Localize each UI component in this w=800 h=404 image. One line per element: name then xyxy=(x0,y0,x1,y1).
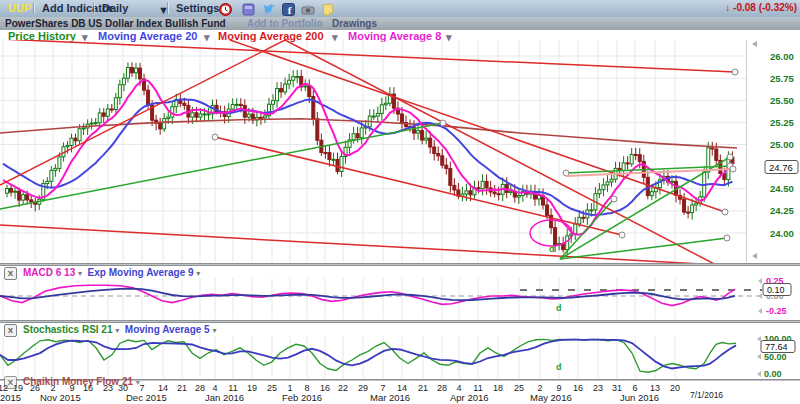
candle-body xyxy=(118,85,121,98)
axis-scroll-arrow-icon[interactable] xyxy=(752,41,757,47)
macd-label[interactable]: MACD 6 13 xyxy=(23,267,75,278)
candle-body xyxy=(469,191,472,195)
trendline-handle[interactable] xyxy=(212,134,218,140)
candle-body xyxy=(139,68,142,79)
close-icon[interactable]: X xyxy=(4,324,17,337)
trendline-handle[interactable] xyxy=(724,235,730,241)
candle-body xyxy=(207,114,210,115)
trendline-handle[interactable] xyxy=(619,232,625,238)
candle-body xyxy=(280,89,283,92)
candle-body xyxy=(445,165,448,168)
trendline-handle[interactable] xyxy=(440,120,446,126)
candle-body xyxy=(304,86,307,87)
candle-body xyxy=(582,217,585,218)
trendline-green[interactable] xyxy=(560,238,727,259)
camera-icon[interactable] xyxy=(301,2,314,15)
candle-body xyxy=(598,190,601,194)
candle-body xyxy=(239,104,242,105)
candle-body xyxy=(602,185,605,190)
trendline-red[interactable] xyxy=(0,225,737,263)
candle-body xyxy=(284,84,287,92)
candle-body xyxy=(711,148,714,149)
axis-arrow-icon xyxy=(757,336,761,342)
drawings-menu[interactable]: Drawings xyxy=(332,18,377,29)
date-tick: 25 xyxy=(509,383,529,393)
note-icon[interactable] xyxy=(321,2,334,15)
candle-body xyxy=(203,114,206,115)
date-tick: 23 xyxy=(588,383,608,393)
candle-body xyxy=(715,149,718,160)
alarm-icon[interactable] xyxy=(219,2,232,15)
close-icon[interactable]: X xyxy=(4,267,17,280)
axis-arrow-icon xyxy=(758,308,762,314)
candle-body xyxy=(18,191,21,200)
ticker-symbol[interactable]: UUP xyxy=(8,2,31,14)
trendline-handle[interactable] xyxy=(611,196,617,202)
trendline-red[interactable] xyxy=(285,40,722,263)
candle-body xyxy=(610,179,613,182)
month-label: 2015 xyxy=(0,392,21,403)
candle-body xyxy=(554,228,557,245)
candle-body xyxy=(276,89,279,101)
candle-body xyxy=(590,210,593,211)
candle-body xyxy=(263,116,266,118)
trendline-green[interactable] xyxy=(0,123,443,209)
candle-body xyxy=(167,117,170,118)
candle-body xyxy=(509,191,512,192)
candle-body xyxy=(683,199,686,212)
candle-body xyxy=(316,119,319,141)
chevron-down-icon[interactable]: ▾ xyxy=(78,269,82,278)
chevron-down-icon[interactable]: ▾ xyxy=(196,269,200,278)
stoch-ma-label[interactable]: Moving Average 5 xyxy=(125,324,210,335)
macd-header: XMACD 6 13 ▾ Exp Moving Average 9 ▾ xyxy=(4,267,200,280)
price-axis-label: 25.25 xyxy=(770,117,794,128)
candle-body xyxy=(110,109,113,110)
facebook-icon[interactable]: f xyxy=(282,2,295,15)
settings-button[interactable]: Settings xyxy=(176,2,219,14)
candle-body xyxy=(308,86,311,97)
candle-body xyxy=(574,224,577,234)
trendline-red[interactable] xyxy=(215,137,622,235)
candle-body xyxy=(546,205,549,215)
candle-body xyxy=(82,128,85,129)
month-label: May 2016 xyxy=(530,392,572,403)
macd-line xyxy=(0,285,735,305)
candle-body xyxy=(102,113,105,116)
timeframe-select[interactable]: Daily xyxy=(102,2,128,14)
cube-icon[interactable] xyxy=(242,2,255,15)
price-chart[interactable]: d26.0025.7525.5025.2525.0024.5024.2524.0… xyxy=(0,40,800,263)
candle-body xyxy=(356,134,359,138)
svg-text:f: f xyxy=(288,4,292,16)
candle-body xyxy=(74,138,77,141)
date-tick: 22 xyxy=(333,383,353,393)
candle-body xyxy=(272,101,275,105)
candle-body xyxy=(288,80,291,84)
candle-body xyxy=(14,191,17,192)
month-label: Apr 2016 xyxy=(450,392,489,403)
trendline-handle[interactable] xyxy=(727,154,733,160)
toolbar-separator xyxy=(168,2,169,14)
month-label: Nov 2015 xyxy=(40,392,81,403)
date-tick: 21 xyxy=(172,383,192,393)
candle-body xyxy=(163,119,166,129)
candle-body xyxy=(50,170,53,181)
candle-body xyxy=(360,128,363,138)
candle-body xyxy=(199,114,202,117)
date-tick: 20 xyxy=(665,383,685,393)
trendline-handle[interactable] xyxy=(730,166,736,172)
chevron-down-icon[interactable]: ▾ xyxy=(212,326,216,335)
end-date-label: 7/1/2016 xyxy=(690,390,723,400)
add-to-portfolio-button[interactable]: Add to Portfolio xyxy=(247,18,323,29)
ma8-line xyxy=(3,80,732,235)
trendline-handle[interactable] xyxy=(722,209,728,215)
candle-body xyxy=(259,117,262,118)
axis-scroll-arrow-icon[interactable] xyxy=(752,253,757,259)
candle-body xyxy=(485,181,488,188)
candle-body xyxy=(114,98,117,110)
top-toolbar: UUP Add Indicator Daily ▼ Settings f ↓ -… xyxy=(0,0,800,18)
macd-signal-label[interactable]: Exp Moving Average 9 xyxy=(88,267,194,278)
trendline-handle[interactable] xyxy=(732,69,738,75)
twitter-icon[interactable] xyxy=(263,2,276,15)
chevron-down-icon[interactable]: ▾ xyxy=(115,326,119,335)
stoch-label[interactable]: Stochastics RSI 21 xyxy=(23,324,112,335)
